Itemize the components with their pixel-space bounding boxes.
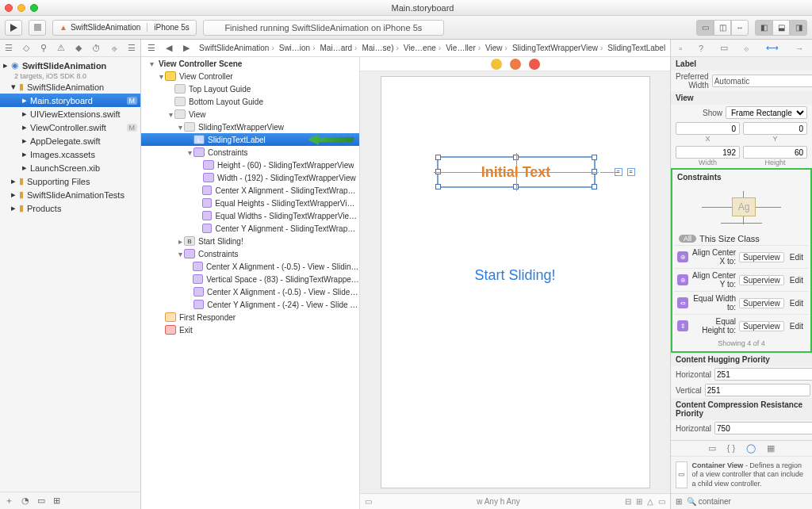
outline-wrapper-constraints[interactable]: ▾Constraints xyxy=(141,146,359,159)
resolve-tool-icon[interactable]: △ xyxy=(647,497,653,506)
crumb-0[interactable]: SwiftSlideAnimation xyxy=(197,44,277,52)
outline-start-button[interactable]: ▸BStart Sliding! xyxy=(141,235,359,247)
run-button[interactable] xyxy=(5,20,22,36)
constraint-row[interactable]: ⇕Equal Height to:SuperviewEdit xyxy=(674,314,809,337)
edit-constraint-button[interactable]: Edit xyxy=(787,299,806,308)
resize-tool-icon[interactable]: ▭ xyxy=(658,497,665,506)
nav-file-images[interactable]: ▸Images.xcassets xyxy=(0,147,140,161)
file-inspector-icon[interactable]: ▫ xyxy=(679,44,682,53)
crumb-5[interactable]: Vie…ller xyxy=(443,44,483,52)
crumb-3[interactable]: Mai…se) xyxy=(359,44,400,52)
nav-group-app[interactable]: ▾▮SwiftSlideAnimation xyxy=(0,80,140,94)
align-tool-icon[interactable]: ⊟ xyxy=(625,497,631,506)
crumb-4[interactable]: Vie…ene xyxy=(401,44,443,52)
nav-file-extensions[interactable]: ▸UIViewExtensions.swift xyxy=(0,107,140,121)
outline-constraint[interactable]: Equal Heights - SlidingTextWrapperView -… xyxy=(141,197,359,209)
x-input[interactable] xyxy=(676,122,740,135)
constraint-row[interactable]: ⊕Align Center Y to:SuperviewEdit xyxy=(674,268,809,291)
stop-button[interactable] xyxy=(29,20,46,36)
file-templates-icon[interactable]: ▭ xyxy=(708,443,716,454)
crumb-7[interactable]: SlidingTextWrapperView xyxy=(510,44,605,52)
nav-group-tests[interactable]: ▸▮SwiftSlideAnimationTests xyxy=(0,188,140,201)
pin-tool-icon[interactable]: ⊞ xyxy=(636,497,642,506)
grid-view-icon[interactable]: ⊞ xyxy=(676,497,682,506)
nav-file-appdelegate[interactable]: ▸AppDelegate.swift xyxy=(0,134,140,147)
filter-input[interactable]: container xyxy=(699,497,731,506)
viewcontroller-icon[interactable] xyxy=(491,59,502,70)
forward-icon[interactable]: ▶ xyxy=(179,42,193,55)
identity-inspector-icon[interactable]: ▭ xyxy=(720,43,728,53)
close-window-icon[interactable] xyxy=(5,4,13,12)
assistant-editor-icon[interactable]: ◫ xyxy=(714,20,731,36)
ccrp-h-input[interactable] xyxy=(714,422,812,434)
outline-first-responder[interactable]: First Responder xyxy=(141,311,359,323)
all-pill[interactable]: All xyxy=(679,235,696,243)
outline-constraint[interactable]: Center Y Alignment - (-24) - View - Slid… xyxy=(141,298,359,311)
toggle-debug-icon[interactable]: ⬓ xyxy=(772,20,790,36)
nav-file-viewcontroller[interactable]: ▸ViewController.swiftM xyxy=(0,121,140,134)
outline-top-guide[interactable]: Top Layout Guide xyxy=(141,82,359,95)
scheme-device[interactable]: iPhone 5s xyxy=(147,23,195,32)
outline-constraint[interactable]: Center X Alignment - (-0.5) - View - Sli… xyxy=(141,260,359,273)
canvas-button[interactable]: Start Sliding! xyxy=(381,267,649,284)
outline-constraint[interactable]: Center X Alignment - SlidingTextWrapperV… xyxy=(141,184,359,197)
issues-tab-icon[interactable]: ⚠ xyxy=(57,43,65,53)
nav-group-products[interactable]: ▸▮Products xyxy=(0,201,140,215)
chp-v-input[interactable] xyxy=(705,384,810,396)
crumb-2[interactable]: Mai…ard xyxy=(318,44,360,52)
toggle-utilities-icon[interactable]: ◨ xyxy=(790,20,807,36)
outline-constraint[interactable]: Center X Alignment - (-0.5) - View - Sli… xyxy=(141,285,359,298)
exit-icon[interactable] xyxy=(529,59,540,70)
crumb-1[interactable]: Swi…ion xyxy=(277,44,318,52)
toggle-outline-icon[interactable]: ▭ xyxy=(365,497,372,506)
canvas[interactable]: Initial Text = = Start Slid xyxy=(360,71,670,493)
filter-scm-icon[interactable]: ▭ xyxy=(37,496,45,506)
show-select[interactable]: Frame Rectangle xyxy=(726,106,807,119)
nav-project-root[interactable]: ▸◉SwiftSlideAnimation xyxy=(0,59,140,72)
objects-icon[interactable]: ◯ xyxy=(746,443,756,454)
outline-wrapper[interactable]: ▾SlidingTextWrapperView xyxy=(141,121,359,133)
constraint-row[interactable]: ⇔Equal Width to:SuperviewEdit xyxy=(674,291,809,314)
version-editor-icon[interactable]: ↔ xyxy=(731,20,749,36)
outline-scene[interactable]: ▾View Controller Scene xyxy=(141,57,359,70)
edit-constraint-button[interactable]: Edit xyxy=(787,253,806,262)
nav-group-supporting[interactable]: ▸▮Supporting Files xyxy=(0,174,140,188)
breakpoints-tab-icon[interactable]: ⎆ xyxy=(112,44,117,53)
width-input[interactable] xyxy=(676,146,740,159)
outline-constraint[interactable]: Vertical Space - (83) - SlidingTextWrapp… xyxy=(141,273,359,285)
outline-constraint[interactable]: Equal Widths - SlidingTextWrapperView - … xyxy=(141,209,359,222)
preferred-width-input[interactable] xyxy=(712,75,812,87)
edit-constraint-button[interactable]: Edit xyxy=(787,276,806,285)
tests-tab-icon[interactable]: ◆ xyxy=(75,43,82,53)
code-snippets-icon[interactable]: { } xyxy=(727,443,735,454)
outline-constraint[interactable]: Center Y Alignment - SlidingTextWrapperV… xyxy=(141,222,359,235)
outline-viewcontroller[interactable]: ▾View Controller xyxy=(141,70,359,82)
symbols-tab-icon[interactable]: ◇ xyxy=(23,43,29,53)
outline-view[interactable]: ▾View xyxy=(141,108,359,121)
device-view[interactable]: Initial Text = = Start Slid xyxy=(381,76,650,488)
outline-bottom-guide[interactable]: Bottom Layout Guide xyxy=(141,95,359,108)
connections-inspector-icon[interactable]: → xyxy=(795,44,804,53)
constraint-row[interactable]: ⊕Align Center X to:SuperviewEdit xyxy=(674,245,809,268)
size-inspector-icon[interactable]: ⟷ xyxy=(766,43,779,53)
crumb-8[interactable]: SlidingTextLabel xyxy=(605,44,667,52)
library-item[interactable]: ▭ Container View - Defines a region of a… xyxy=(671,456,812,493)
quickhelp-inspector-icon[interactable]: ? xyxy=(699,44,703,53)
chp-h-input[interactable] xyxy=(714,368,812,381)
crumb-6[interactable]: View xyxy=(483,44,510,52)
edit-constraint-button[interactable]: Edit xyxy=(787,322,806,331)
selected-label[interactable]: Initial Text = = xyxy=(437,156,596,188)
height-input[interactable] xyxy=(743,146,807,159)
standard-editor-icon[interactable]: ▭ xyxy=(696,20,714,36)
reports-tab-icon[interactable]: ☰ xyxy=(128,43,136,53)
debug-tab-icon[interactable]: ⏱ xyxy=(92,44,101,53)
media-icon[interactable]: ▦ xyxy=(767,443,775,454)
filter-icon[interactable]: ⊞ xyxy=(53,496,60,506)
outline-constraint[interactable]: Width - (192) - SlidingTextWrapperView xyxy=(141,171,359,184)
files-tab-icon[interactable]: ☰ xyxy=(5,43,13,53)
outline-view-constraints[interactable]: ▾Constraints xyxy=(141,247,359,260)
attributes-inspector-icon[interactable]: ⟐ xyxy=(744,44,749,53)
minimize-window-icon[interactable] xyxy=(17,4,25,12)
toggle-navigator-icon[interactable]: ◧ xyxy=(755,20,772,36)
related-items-icon[interactable]: ☰ xyxy=(144,42,159,55)
